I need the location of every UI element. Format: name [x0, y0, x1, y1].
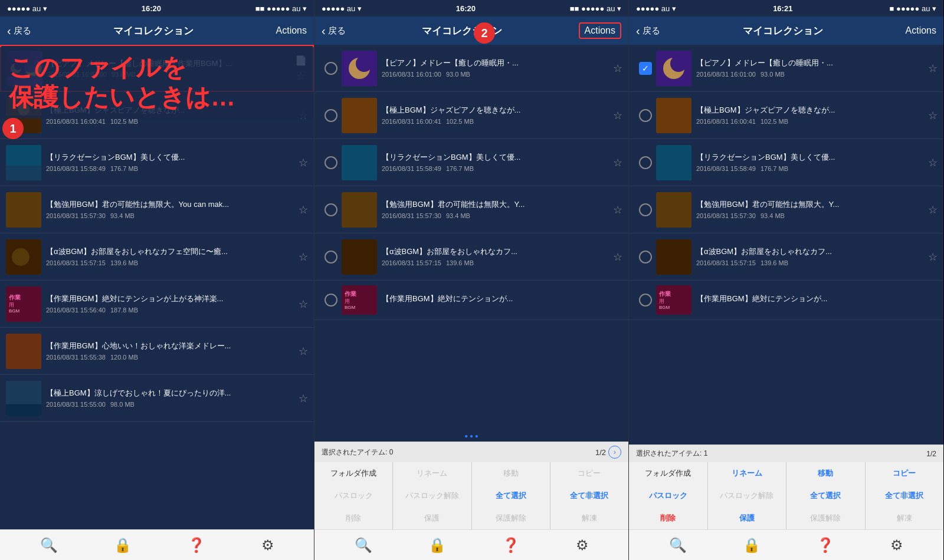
list-item-1-5[interactable]: 【α波BGM】お部屋をおしゃれなカフェ空間に〜癒... 2016/08/31 1…	[0, 233, 314, 281]
star-icon-1-7[interactable]: ☆	[299, 345, 308, 358]
back-button-1[interactable]: ‹ 戻る	[7, 24, 31, 38]
btn-passcode-3[interactable]: パスロック	[629, 485, 707, 507]
list-item-1-4[interactable]: 【勉強用BGM】君の可能性は無限大。You can mak... 2016/08…	[0, 186, 314, 233]
star-icon-2-2[interactable]: ☆	[613, 109, 622, 122]
thumb-2-5	[342, 239, 377, 275]
radio-3-2[interactable]	[635, 109, 656, 122]
list-item-2-1[interactable]: 【ピアノ】メドレー【癒しの睡眠用・... 2016/08/31 16:01:00…	[314, 45, 628, 92]
tab-help-1[interactable]: ❓	[188, 537, 205, 554]
item-meta-1-7: 2016/08/31 15:55:38120.0 MB	[46, 354, 294, 361]
radio-2-4[interactable]	[320, 203, 342, 216]
list-item-2-5[interactable]: 【α波BGM】お部屋をおしゃれなカフ... 2016/08/31 15:57:1…	[314, 233, 628, 281]
list-item-3-6[interactable]: 作業用BGM 【作業用BGM】絶対にテンションが...	[629, 281, 943, 320]
btn-copy-3[interactable]: コピー	[866, 462, 944, 485]
tab-help-2[interactable]: ❓	[502, 537, 520, 554]
radio-3-3[interactable]	[635, 156, 656, 169]
star-icon-2-4[interactable]: ☆	[613, 203, 622, 216]
list-item-1-1[interactable]: 【ピアノ】メドレー【癒しの睡眠用・作業用BGM】... 2016/08/31 1…	[0, 45, 314, 92]
item-right-1-8: ☆	[299, 392, 308, 405]
radio-2-3[interactable]	[320, 156, 342, 169]
tab-settings-1[interactable]: ⚙	[261, 537, 274, 554]
list-item-1-3[interactable]: 【リラクゼーションBGM】美しくて優... 2016/08/31 15:58:4…	[0, 139, 314, 186]
radio-3-4[interactable]	[635, 203, 656, 216]
radio-2-1[interactable]	[320, 62, 342, 75]
star-icon-2-5[interactable]: ☆	[613, 251, 622, 263]
svg-point-20	[356, 55, 372, 72]
list-item-2-4[interactable]: 【勉強用BGM】君の可能性は無限大。Y... 2016/08/31 15:57:…	[314, 186, 628, 233]
tab-lock-3[interactable]: 🔒	[743, 537, 761, 554]
tab-settings-3[interactable]: ⚙	[890, 537, 903, 554]
list-item-3-2[interactable]: 【極上BGM】ジャズピアノを聴きなが... 2016/08/31 16:00:4…	[629, 92, 943, 139]
btn-deselect-all-2[interactable]: 全て非選択	[550, 485, 628, 507]
item-title-3-4: 【勉強用BGM】君の可能性は無限大。Y...	[696, 200, 923, 210]
btn-folder-create-3[interactable]: フォルダ作成	[629, 462, 707, 485]
star-icon-3-1[interactable]: ☆	[928, 62, 938, 75]
list-item-1-7[interactable]: 【作業用BGM】心地いい！おしゃれな洋楽メドレー... 2016/08/31 1…	[0, 328, 314, 375]
btn-rename-3[interactable]: リネーム	[708, 462, 786, 485]
actions-button-3[interactable]: Actions	[906, 25, 936, 36]
svg-rect-8	[6, 192, 41, 228]
item-right-1-3: ☆	[299, 156, 308, 169]
tab-settings-2[interactable]: ⚙	[576, 537, 589, 554]
btn-deselect-all-3[interactable]: 全て非選択	[866, 485, 944, 507]
star-icon-1-8[interactable]: ☆	[299, 392, 308, 405]
star-icon-3-4[interactable]: ☆	[928, 203, 938, 216]
btn-protect-3[interactable]: 保護	[708, 507, 786, 529]
list-item-3-4[interactable]: 【勉強用BGM】君の可能性は無限大。Y... 2016/08/31 15:57:…	[629, 186, 943, 233]
list-item-1-8[interactable]: 【極上BGM】涼しげでおしゃれ！夏にぴったりの洋... 2016/08/31 1…	[0, 375, 314, 422]
radio-2-2[interactable]	[320, 109, 342, 122]
star-icon-1-1[interactable]: ☆	[296, 70, 306, 83]
star-icon-3-2[interactable]: ☆	[928, 109, 938, 122]
tab-help-3[interactable]: ❓	[817, 537, 834, 554]
list-item-3-3[interactable]: 【リラクゼーションBGM】美しくて優... 2016/08/31 15:58:4…	[629, 139, 943, 186]
star-icon-1-6[interactable]: ☆	[299, 298, 308, 311]
list-item-2-3[interactable]: 【リラクゼーションBGM】美しくて優... 2016/08/31 15:58:4…	[314, 139, 628, 186]
star-icon-3-5[interactable]: ☆	[928, 251, 938, 263]
tab-search-1[interactable]: 🔍	[40, 537, 58, 554]
star-icon-2-1[interactable]: ☆	[613, 62, 622, 75]
checkbox-3-1[interactable]: ✓	[635, 62, 656, 75]
item-right-1-6: ☆	[299, 298, 308, 311]
star-icon-1-5[interactable]: ☆	[299, 251, 308, 263]
tab-lock-1[interactable]: 🔒	[114, 537, 132, 554]
action-bar-2: 選択されたアイテム: 0 1/2 › フォルダ作成 リネーム 移動 コピー パス…	[314, 442, 628, 529]
list-item-1-6[interactable]: 作業用BGM 【作業用BGM】絶対にテンションが上がる神洋楽... 2016/0…	[0, 281, 314, 328]
btn-folder-create-2[interactable]: フォルダ作成	[314, 462, 392, 485]
item-right-2-3: ☆	[613, 156, 622, 169]
tab-search-3[interactable]: 🔍	[669, 537, 687, 554]
svg-rect-23	[342, 192, 377, 228]
page-next-2[interactable]: ›	[608, 446, 621, 459]
svg-text:作業: 作業	[344, 291, 357, 297]
list-item-3-5[interactable]: 【α波BGM】お部屋をおしゃれなカフ... 2016/08/31 15:57:1…	[629, 233, 943, 281]
radio-2-5[interactable]	[320, 251, 342, 263]
back-button-2[interactable]: ‹ 戻る	[322, 24, 346, 38]
svg-point-2	[14, 62, 22, 70]
star-icon-1-2[interactable]: ☆	[299, 109, 308, 122]
star-icon-1-4[interactable]: ☆	[299, 203, 308, 216]
actions-button-1[interactable]: Actions	[276, 25, 307, 36]
btn-delete-3[interactable]: 削除	[629, 507, 707, 529]
list-item-2-6[interactable]: 作業用BGM 【作業用BGM】絶対にテンションが...	[314, 281, 628, 320]
star-icon-2-3[interactable]: ☆	[613, 156, 622, 169]
tab-lock-2[interactable]: 🔒	[428, 537, 446, 554]
list-item-1-2[interactable]: 【極上BGM】ジャズピアノを聴きなが... 2016/08/31 16:00:4…	[0, 92, 314, 139]
tab-search-2[interactable]: 🔍	[355, 537, 372, 554]
back-label-2: 戻る	[328, 25, 346, 37]
back-button-3[interactable]: ‹ 戻る	[636, 24, 660, 38]
list-item-3-1[interactable]: ✓ 【ピアノ】メドレー【癒しの睡眠用・... 2016/08/31 16:01:…	[629, 45, 943, 92]
actions-button-2[interactable]: Actions	[579, 22, 621, 39]
thumb-2-2	[342, 98, 377, 133]
star-icon-1-3[interactable]: ☆	[299, 156, 308, 169]
btn-move-3[interactable]: 移動	[786, 462, 865, 485]
radio-2-6[interactable]	[320, 294, 342, 307]
svg-rect-35	[656, 239, 691, 275]
btn-select-all-2[interactable]: 全て選択	[472, 485, 550, 507]
star-icon-3-3[interactable]: ☆	[928, 156, 938, 169]
item-info-3-1: 【ピアノ】メドレー【癒しの睡眠用・... 2016/08/31 16:01:00…	[691, 58, 928, 78]
thumb-3-5	[656, 239, 691, 275]
radio-3-5[interactable]	[635, 251, 656, 263]
btn-select-all-3[interactable]: 全て選択	[786, 485, 865, 507]
status-right-3: ■ ●●●●● au ▾	[890, 4, 936, 13]
radio-3-6[interactable]	[635, 294, 656, 307]
list-item-2-2[interactable]: 【極上BGM】ジャズピアノを聴きなが... 2016/08/31 16:00:4…	[314, 92, 628, 139]
